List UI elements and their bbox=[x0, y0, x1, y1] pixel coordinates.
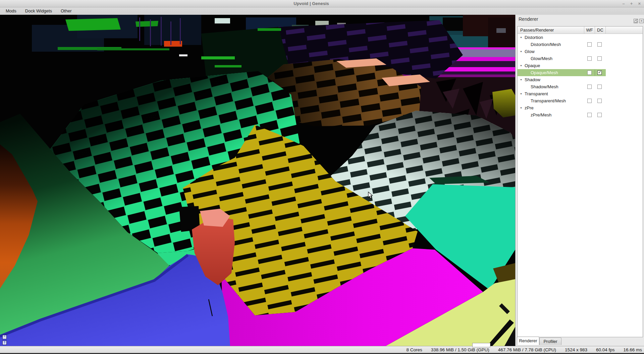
column-wf[interactable]: WF bbox=[584, 27, 595, 34]
status-cores: 8 Cores bbox=[406, 347, 422, 352]
wf-checkbox[interactable] bbox=[587, 85, 592, 89]
tree-group-opaque[interactable]: ▼ Opaque bbox=[518, 62, 643, 69]
tree-item-transparent-mesh[interactable]: Transparent/Mesh bbox=[518, 97, 643, 104]
tree-group-transparent[interactable]: ▼ Transparent bbox=[518, 90, 643, 97]
tree-group-zpre[interactable]: ▼ zPre bbox=[518, 104, 643, 111]
float-panel-icon[interactable] bbox=[634, 19, 638, 23]
dc-checkbox[interactable] bbox=[597, 113, 602, 117]
close-panel-icon[interactable]: × bbox=[639, 19, 644, 23]
column-dc[interactable]: DC bbox=[595, 27, 606, 34]
wf-checkbox[interactable] bbox=[587, 42, 592, 47]
tree-item-distortion-mesh[interactable]: Distortion/Mesh bbox=[518, 41, 643, 48]
tab-renderer[interactable]: Renderer bbox=[517, 337, 539, 345]
column-passes[interactable]: Passes/Renderer bbox=[518, 27, 584, 34]
tree-item-label: Shadow/Mesh bbox=[531, 83, 558, 90]
dc-checkbox[interactable] bbox=[597, 56, 602, 61]
tree-item-shadow-mesh[interactable]: Shadow/Mesh bbox=[518, 83, 643, 90]
passes-tree: Passes/Renderer WF DC ▼ Distortion Disto… bbox=[517, 26, 643, 337]
wf-checkbox[interactable] bbox=[587, 113, 592, 117]
column-spacer bbox=[606, 27, 643, 34]
focus-divider bbox=[595, 70, 595, 75]
collapse-arrow-icon[interactable]: ▼ bbox=[520, 48, 522, 55]
status-frametime: 16.66 ms bbox=[623, 347, 642, 352]
tree-group-shadow[interactable]: ▼ Shadow bbox=[518, 76, 643, 83]
tree-item-opaque-mesh-selected[interactable]: Opaque/Mesh ✓ bbox=[518, 69, 643, 76]
tree-item-label: Opaque/Mesh bbox=[531, 69, 558, 76]
tab-profiler[interactable]: Profiler bbox=[539, 338, 561, 345]
tree-item-glow-mesh[interactable]: Glow/Mesh bbox=[518, 55, 643, 62]
tree-group-label: Opaque bbox=[525, 62, 540, 69]
app-window: Upvoid | Genesis – + × Mods Dock Widgets… bbox=[0, 0, 644, 354]
wf-checkbox[interactable] bbox=[587, 70, 592, 75]
maximize-button[interactable]: + bbox=[630, 0, 633, 7]
renderer-dock-panel: Renderer × Passes/Renderer WF DC ▼ Disto… bbox=[515, 15, 644, 346]
status-fps: 60.04 fps bbox=[596, 347, 615, 352]
menu-dock-widgets[interactable]: Dock Widgets bbox=[21, 7, 56, 15]
close-button[interactable]: × bbox=[638, 0, 641, 7]
collapse-arrow-icon[interactable]: ▼ bbox=[520, 76, 522, 83]
status-bar: 8 Cores 338.96 MiB / 1.50 GiB (GPU) 467.… bbox=[0, 346, 644, 353]
dc-checkbox[interactable]: ✓ bbox=[597, 70, 602, 75]
dc-checkbox[interactable] bbox=[597, 85, 602, 89]
collapse-arrow-icon[interactable]: ▼ bbox=[520, 62, 522, 69]
tree-item-label: Glow/Mesh bbox=[531, 55, 552, 62]
tree-item-label: Distortion/Mesh bbox=[531, 41, 561, 48]
tree-header: Passes/Renderer WF DC bbox=[518, 27, 643, 34]
tree-group-label: zPre bbox=[525, 104, 534, 111]
help-icon[interactable]: ? bbox=[2, 341, 7, 345]
viewport-3d[interactable]: ^ ? bbox=[0, 15, 515, 346]
window-controls: – + × bbox=[623, 0, 641, 7]
mini-overlay-box bbox=[472, 343, 490, 347]
titlebar[interactable]: Upvoid | Genesis – + × bbox=[0, 0, 644, 7]
menubar: Mods Dock Widgets Other bbox=[0, 7, 644, 15]
dc-checkbox[interactable] bbox=[597, 42, 602, 47]
minimize-button[interactable]: – bbox=[623, 0, 625, 7]
tree-item-zpre-mesh[interactable]: zPre/Mesh bbox=[518, 111, 643, 118]
menu-other[interactable]: Other bbox=[56, 7, 76, 15]
status-resolution: 1524 x 983 bbox=[565, 347, 587, 352]
status-cpu-memory: 467.76 MiB / 7.78 GiB (CPU) bbox=[498, 347, 556, 352]
tree-group-label: Shadow bbox=[525, 76, 540, 83]
tree-group-glow[interactable]: ▼ Glow bbox=[518, 48, 643, 55]
pin-icon[interactable]: ^ bbox=[2, 335, 7, 339]
wf-checkbox[interactable] bbox=[587, 56, 592, 61]
status-gpu-memory: 338.96 MiB / 1.50 GiB (GPU) bbox=[431, 347, 489, 352]
tree-group-label: Distortion bbox=[525, 34, 543, 41]
panel-title: Renderer bbox=[519, 16, 538, 22]
tree-item-label: zPre/Mesh bbox=[531, 111, 551, 118]
tree-group-distortion[interactable]: ▼ Distortion bbox=[518, 34, 643, 41]
dc-checkbox[interactable] bbox=[597, 99, 602, 103]
tree-group-label: Transparent bbox=[525, 90, 548, 97]
wf-checkbox[interactable] bbox=[587, 99, 592, 103]
collapse-arrow-icon[interactable]: ▼ bbox=[520, 90, 522, 97]
collapse-arrow-icon[interactable]: ▼ bbox=[520, 34, 522, 41]
collapse-arrow-icon[interactable]: ▼ bbox=[520, 104, 522, 111]
tree-group-label: Glow bbox=[525, 48, 535, 55]
check-icon: ✓ bbox=[598, 70, 601, 74]
window-title: Upvoid | Genesis bbox=[0, 0, 623, 7]
menu-mods[interactable]: Mods bbox=[1, 7, 21, 15]
tree-item-label: Transparent/Mesh bbox=[531, 97, 566, 104]
voxel-scene bbox=[0, 15, 515, 346]
